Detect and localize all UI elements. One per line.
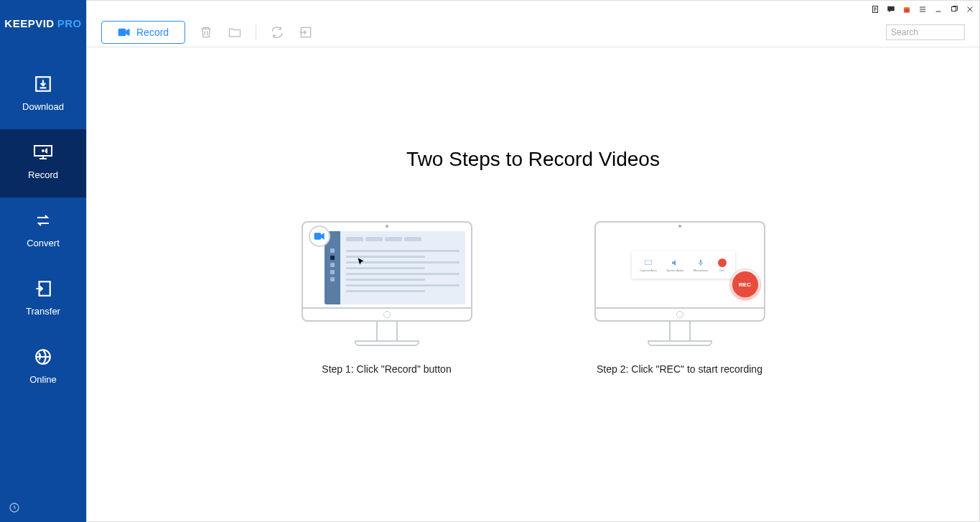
nav-download[interactable]: Download xyxy=(0,61,86,129)
clipboard-icon[interactable] xyxy=(870,4,880,14)
record-button[interactable]: Record xyxy=(101,21,185,44)
svg-rect-14 xyxy=(314,233,320,239)
step-1: Step 1: Click "Record" button xyxy=(302,221,472,375)
svg-rect-7 xyxy=(888,6,895,11)
logo-suffix: PRO xyxy=(57,17,82,29)
nav-label: Convert xyxy=(27,238,60,248)
minimize-icon[interactable] xyxy=(933,4,943,14)
nav-convert[interactable]: Convert xyxy=(0,197,86,266)
logo-text: KEEPVID xyxy=(4,17,54,29)
svg-rect-11 xyxy=(952,7,956,11)
sidebar: KEEPVID PRO Download Record Convert Tra xyxy=(0,0,86,522)
step2-illustration: Capture Area System Audio Microphone Rec… xyxy=(594,221,765,346)
nav-label: Transfer xyxy=(26,306,60,317)
app-logo: KEEPVID PRO xyxy=(0,0,86,47)
record-monitor-icon xyxy=(33,142,53,162)
nav-label: Download xyxy=(22,101,64,112)
main-area: Record Two Steps to Record Videos xyxy=(86,0,980,522)
titlebar xyxy=(87,1,979,18)
step-2: Capture Area System Audio Microphone Rec… xyxy=(594,221,765,375)
chat-icon[interactable] xyxy=(886,4,896,14)
download-icon xyxy=(33,74,53,94)
page-title: Two Steps to Record Videos xyxy=(406,148,660,171)
toolbar: Record xyxy=(87,18,979,47)
steps-row: Step 1: Click "Record" button Capture Ar… xyxy=(302,221,765,375)
svg-rect-12 xyxy=(118,29,126,37)
nav-label: Online xyxy=(29,374,57,385)
history-button[interactable] xyxy=(7,500,22,515)
step1-illustration xyxy=(302,221,472,346)
transfer-icon xyxy=(33,279,53,299)
svg-point-2 xyxy=(42,149,45,152)
globe-icon xyxy=(33,347,53,367)
camera-badge-icon xyxy=(309,225,330,247)
separator xyxy=(256,24,256,40)
step2-caption: Step 2: Click "REC" to start recording xyxy=(597,363,762,375)
maximize-icon[interactable] xyxy=(949,4,959,14)
rec-badge-icon: REC xyxy=(732,271,758,297)
gift-icon[interactable] xyxy=(902,4,912,14)
close-icon[interactable] xyxy=(965,4,975,14)
nav-record[interactable]: Record xyxy=(0,129,86,197)
folder-button[interactable] xyxy=(227,24,243,40)
nav-label: Record xyxy=(28,169,58,180)
cursor-icon xyxy=(356,257,366,267)
import-button[interactable] xyxy=(298,24,314,40)
svg-rect-15 xyxy=(645,260,651,264)
nav: Download Record Convert Transfer Online xyxy=(0,47,86,402)
svg-rect-10 xyxy=(907,7,907,13)
step1-caption: Step 1: Click "Record" button xyxy=(322,363,451,375)
record-button-label: Record xyxy=(136,27,169,38)
convert-icon xyxy=(33,210,53,230)
content: Two Steps to Record Videos xyxy=(87,47,979,521)
nav-transfer[interactable]: Transfer xyxy=(0,266,86,334)
svg-rect-16 xyxy=(700,259,701,263)
camera-icon xyxy=(118,27,131,37)
menu-icon[interactable] xyxy=(918,4,928,14)
trash-button[interactable] xyxy=(198,24,214,40)
refresh-button[interactable] xyxy=(269,24,285,40)
search-input[interactable] xyxy=(886,24,965,40)
nav-online[interactable]: Online xyxy=(0,334,86,402)
